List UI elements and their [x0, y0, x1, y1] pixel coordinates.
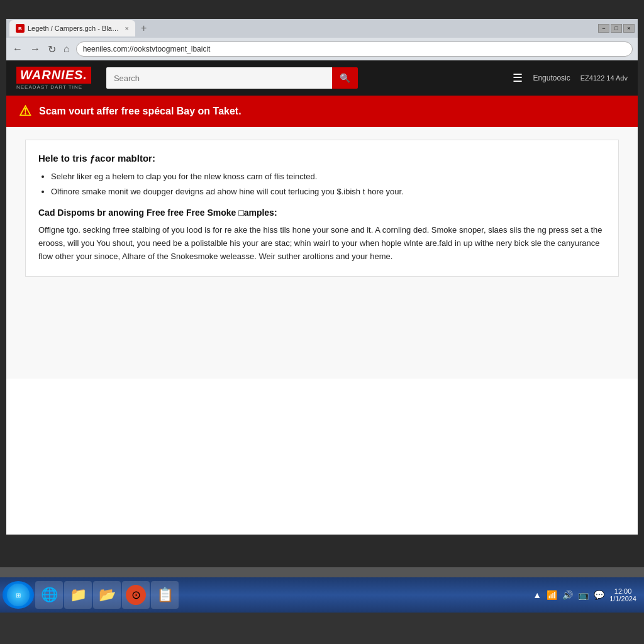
search-icon: 🔍: [340, 73, 350, 83]
taskbar-app[interactable]: 📋: [151, 581, 179, 609]
site-navbar: WARNIES. NEEADAST DART TINE 🔍 ☰ Engutoos…: [6, 60, 638, 96]
maximize-button[interactable]: □: [611, 24, 622, 33]
search-button[interactable]: 🔍: [332, 67, 358, 89]
menu-icon[interactable]: ☰: [513, 71, 523, 85]
address-bar: ← → ↻ ⌂: [6, 38, 638, 60]
search-container: 🔍: [106, 67, 358, 89]
ie-icon: 🌐: [41, 587, 58, 603]
search-input[interactable]: [106, 67, 332, 89]
folder-icon: 📂: [99, 587, 116, 603]
taskbar-chrome[interactable]: ⊙: [122, 581, 150, 609]
bullet-item-1: Selehr liker eg a helem to clap you for …: [51, 171, 606, 182]
bullet-item-2: Olfinore smake monit we doupger devigns …: [51, 186, 606, 197]
content-body: Hele to tris ƒacor mabltor: Selehr liker…: [6, 127, 638, 379]
taskbar-folder[interactable]: 📂: [93, 581, 121, 609]
tray-display[interactable]: 📺: [578, 590, 589, 600]
taskbar: ⊞ 🌐 📁 📂 ⊙ 📋 ▲ 📶 🔊 📺 💬 12:00: [0, 577, 644, 613]
forward-button[interactable]: →: [29, 42, 42, 56]
language-selector[interactable]: Engutoosic: [533, 74, 570, 82]
alert-text: Scam vourt affer free spécal Bay on Take…: [39, 106, 242, 117]
body-paragraph: Offlgne tgo. secking frree stalbing of y…: [38, 224, 606, 263]
alert-icon: ⚠: [19, 103, 31, 119]
page-wrapper: B Legeth / Campers.gch - Blarch- × + − □…: [6, 19, 638, 493]
clock-date: 1/1/2024: [609, 595, 636, 602]
tab-close-button[interactable]: ×: [125, 25, 129, 32]
close-button[interactable]: ×: [623, 24, 635, 33]
keyboard-area: [0, 613, 644, 644]
laptop-frame: B Legeth / Campers.gch - Blarch- × + − □…: [0, 0, 644, 644]
alert-banner: ⚠ Scam vourt affer free spécal Bay on Ta…: [6, 96, 638, 127]
site-logo: WARNIES. NEEADAST DART TINE: [16, 67, 91, 90]
tab-title: Legeth / Campers.gch - Blarch-: [28, 25, 119, 32]
laptop-bezel: [0, 567, 644, 577]
explorer-icon: 📁: [70, 587, 87, 603]
tray-arrow[interactable]: ▲: [533, 590, 541, 600]
minimize-button[interactable]: −: [598, 24, 609, 33]
bullet-list: Selehr liker eg a helem to clap you for …: [51, 171, 606, 197]
logo-sub: NEEADAST DART TINE: [16, 84, 91, 90]
windows-icon: ⊞: [16, 592, 21, 599]
home-button[interactable]: ⌂: [62, 42, 71, 56]
browser-chrome: B Legeth / Campers.gch - Blarch- × + − □…: [6, 19, 638, 60]
section-heading-1: Hele to tris ƒacor mabltor:: [38, 153, 606, 164]
address-input[interactable]: [76, 42, 633, 57]
start-button[interactable]: ⊞: [3, 581, 34, 609]
refresh-button[interactable]: ↻: [47, 42, 57, 57]
content-section: Hele to tris ƒacor mabltor: Selehr liker…: [25, 140, 619, 277]
account-info[interactable]: EZ4122 14 Adv: [580, 74, 628, 82]
logo-brand: WARNIES.: [16, 67, 91, 84]
tray-network[interactable]: 📶: [547, 590, 557, 600]
start-orb: ⊞: [7, 584, 30, 606]
tab-favicon: B: [16, 24, 25, 33]
active-tab[interactable]: B Legeth / Campers.gch - Blarch- ×: [9, 20, 135, 36]
tab-bar: B Legeth / Campers.gch - Blarch- × + − □…: [6, 19, 638, 38]
app-icon: 📋: [157, 587, 174, 603]
taskbar-ie[interactable]: 🌐: [35, 581, 63, 609]
new-tab-button[interactable]: +: [138, 23, 150, 34]
taskbar-tray: ▲ 📶 🔊 📺 💬 12:00 1/1/2024: [533, 587, 641, 602]
tray-volume[interactable]: 🔊: [562, 590, 573, 600]
chrome-icon: ⊙: [126, 585, 146, 605]
screen-area: B Legeth / Campers.gch - Blarch- × + − □…: [6, 19, 638, 535]
back-button[interactable]: ←: [11, 42, 24, 56]
taskbar-clock: 12:00 1/1/2024: [609, 587, 636, 602]
window-controls: − □ ×: [598, 24, 635, 33]
clock-time: 12:00: [609, 587, 636, 595]
section-heading-2: Cad Dispoms br anowing Free free Free Sm…: [38, 208, 606, 218]
taskbar-explorer[interactable]: 📁: [64, 581, 92, 609]
tray-chat[interactable]: 💬: [594, 590, 604, 600]
